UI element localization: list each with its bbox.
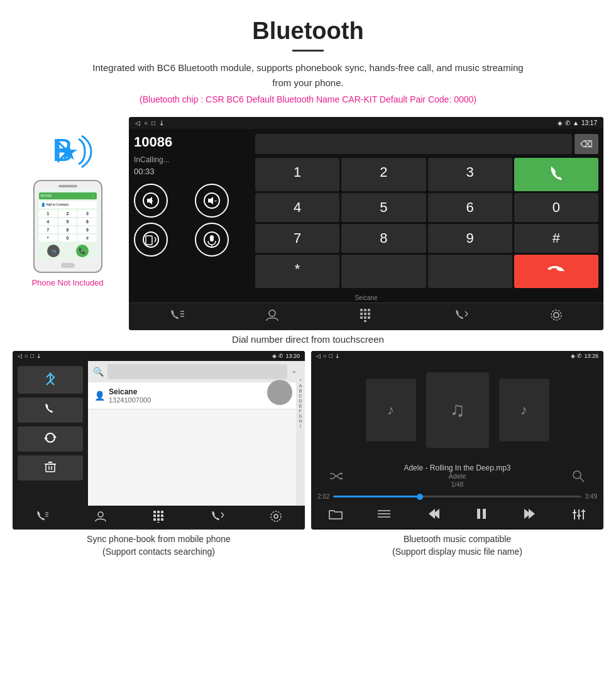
svg-rect-47 bbox=[161, 518, 163, 521]
mute-btn[interactable] bbox=[195, 223, 229, 257]
phonebook-bottom-bar bbox=[13, 506, 305, 530]
music-progress-bar[interactable] bbox=[333, 496, 581, 497]
pb-call-icon: ✆ bbox=[278, 353, 283, 359]
pb-sync-btn[interactable] bbox=[18, 426, 83, 452]
video-btn: 📹 bbox=[47, 245, 60, 257]
numpad-1[interactable]: 1 bbox=[255, 158, 339, 191]
pb-location-icon: ◈ bbox=[272, 353, 277, 359]
phone-screen: MORE ⋮ 👤 Add to Contacts 1 2 3 4 5 6 7 8… bbox=[37, 190, 99, 260]
music-progress-fill bbox=[333, 496, 420, 497]
music-time: 13:26 bbox=[584, 353, 598, 359]
transfer-btn[interactable] bbox=[134, 223, 168, 257]
play-pause-icon bbox=[475, 507, 488, 521]
pb-nav-dl: ⤓ bbox=[36, 353, 41, 359]
key-1: 1 bbox=[39, 210, 57, 217]
bottom-settings-btn[interactable] bbox=[549, 308, 563, 325]
numpad-star[interactable]: * bbox=[255, 255, 339, 288]
pb-bottom-calls[interactable] bbox=[36, 510, 48, 525]
numpad-3[interactable]: 3 bbox=[428, 158, 512, 191]
prev-icon bbox=[426, 508, 440, 520]
location-icon: ◈ bbox=[558, 119, 563, 126]
bottom-dialpad-btn[interactable] bbox=[360, 308, 373, 325]
search-music-icon[interactable] bbox=[572, 470, 585, 482]
shuffle-icon[interactable] bbox=[330, 471, 343, 481]
numpad-0[interactable]: 0 bbox=[514, 193, 598, 222]
pb-bottom-settings[interactable] bbox=[270, 510, 282, 525]
numpad-9[interactable]: 9 bbox=[428, 224, 512, 253]
key-7: 7 bbox=[39, 226, 57, 233]
pb-alpha-sidebar: * A B C D E F G H I bbox=[296, 361, 305, 506]
dial-left: 10086 InCalling... 00:33 + bbox=[134, 134, 250, 288]
pb-bottom-dialpad[interactable] bbox=[153, 510, 165, 525]
svg-rect-61 bbox=[483, 509, 486, 519]
svg-text:-: - bbox=[214, 196, 217, 206]
volume-down-btn[interactable]: - bbox=[195, 184, 229, 218]
key-9: 9 bbox=[78, 226, 96, 233]
numpad-2[interactable]: 2 bbox=[341, 158, 426, 191]
volume-up-icon: + bbox=[142, 192, 160, 209]
music-nav-back: ◁ bbox=[316, 353, 321, 359]
bluetooth-icon-area: ★ B bbox=[40, 130, 96, 174]
numpad-8[interactable]: 8 bbox=[341, 224, 426, 253]
pb-bottom-transfer[interactable] bbox=[211, 510, 224, 525]
svg-marker-52 bbox=[341, 477, 343, 480]
pb-slider[interactable] bbox=[267, 380, 292, 405]
svg-point-49 bbox=[274, 514, 278, 518]
music-prev-btn[interactable] bbox=[426, 508, 440, 523]
delete-icon bbox=[44, 460, 57, 473]
phone-device: MORE ⋮ 👤 Add to Contacts 1 2 3 4 5 6 7 8… bbox=[33, 180, 102, 273]
pb-bottom-contacts[interactable] bbox=[94, 510, 107, 525]
svg-rect-60 bbox=[477, 509, 480, 519]
backspace-btn[interactable]: ⌫ bbox=[575, 134, 598, 154]
calls-history-icon bbox=[169, 308, 184, 321]
music-info-area: Adele - Rolling In the Deep.mp3 Adele 1/… bbox=[311, 458, 603, 491]
caption-dial: Dial number direct from touchscreen bbox=[0, 330, 616, 351]
volume-up-btn[interactable]: + bbox=[134, 184, 168, 218]
svg-point-50 bbox=[271, 511, 281, 521]
equalizer-icon bbox=[572, 508, 586, 521]
music-screen: ◁ ○ □ ⤓ ◈ ✆ 13:26 ♪ ♫ ♪ bbox=[311, 351, 603, 530]
pb-delete-btn[interactable] bbox=[18, 455, 83, 480]
music-list-btn[interactable] bbox=[377, 508, 391, 523]
transfer-icon bbox=[142, 231, 160, 248]
numpad-6[interactable]: 6 bbox=[428, 193, 512, 222]
bottom-contacts-btn[interactable] bbox=[265, 308, 279, 325]
call-icon-sidebar bbox=[44, 403, 57, 415]
status-right: ◈ ✆ ▲ 13:17 bbox=[558, 119, 597, 126]
numpad-hash[interactable]: # bbox=[514, 224, 598, 253]
call-red-icon bbox=[547, 261, 565, 279]
music-track-name: Adele - Rolling In the Deep.mp3 bbox=[404, 464, 510, 472]
music-progress-dot bbox=[417, 494, 423, 500]
pb-bluetooth-btn[interactable] bbox=[18, 366, 83, 394]
pb-search-field[interactable] bbox=[107, 364, 287, 379]
music-next-btn[interactable] bbox=[524, 508, 537, 523]
phonebook-caption-text: Sync phone-book from mobile phone(Suppor… bbox=[87, 534, 231, 557]
dial-input-field[interactable] bbox=[255, 134, 572, 154]
dial-status: InCalling... bbox=[134, 155, 250, 164]
svg-rect-48 bbox=[157, 522, 160, 523]
svg-rect-25 bbox=[364, 320, 366, 322]
phone-bottom-row: 📹 📞 bbox=[39, 245, 97, 257]
svg-marker-29 bbox=[44, 438, 48, 440]
music-folder-btn[interactable] bbox=[329, 508, 343, 523]
numpad-call-red[interactable] bbox=[514, 255, 598, 288]
numpad-7[interactable]: 7 bbox=[255, 224, 339, 253]
key-5: 5 bbox=[58, 218, 77, 225]
svg-rect-22 bbox=[360, 316, 363, 319]
music-eq-btn[interactable] bbox=[572, 508, 586, 523]
bottom-transfer-btn[interactable] bbox=[454, 308, 468, 325]
svg-rect-44 bbox=[161, 514, 163, 517]
music-nav-dl: ⤓ bbox=[335, 353, 340, 359]
contact-avatar-icon: 👤 bbox=[94, 391, 105, 401]
numpad-call-green[interactable] bbox=[514, 158, 598, 191]
svg-rect-18 bbox=[368, 309, 370, 311]
key-0: 0 bbox=[58, 235, 77, 242]
nav-download-icon: ⤓ bbox=[159, 119, 164, 126]
music-play-pause-btn[interactable] bbox=[475, 507, 488, 524]
pb-call-btn[interactable] bbox=[18, 397, 83, 423]
music-album-area: ♪ ♫ ♪ bbox=[311, 361, 603, 458]
bottom-calls-btn[interactable] bbox=[169, 308, 184, 325]
numpad-5[interactable]: 5 bbox=[341, 193, 426, 222]
page-title: Bluetooth bbox=[25, 18, 591, 45]
numpad-4[interactable]: 4 bbox=[255, 193, 339, 222]
